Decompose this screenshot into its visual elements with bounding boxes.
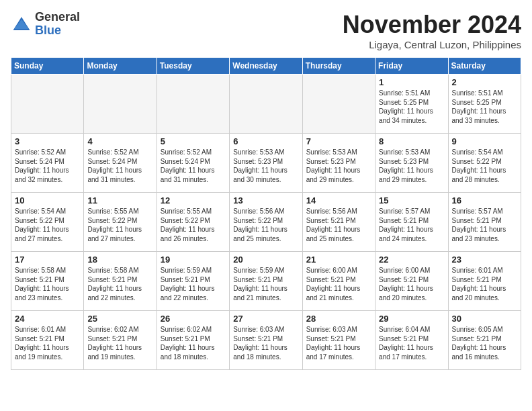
calendar-cell: 15Sunrise: 5:57 AM Sunset: 5:21 PM Dayli… bbox=[375, 193, 448, 252]
calendar-cell bbox=[11, 75, 84, 134]
calendar-cell: 16Sunrise: 5:57 AM Sunset: 5:21 PM Dayli… bbox=[448, 193, 521, 252]
calendar-table: SundayMondayTuesdayWednesdayThursdayFrid… bbox=[11, 57, 521, 370]
column-header-sunday: Sunday bbox=[11, 58, 84, 75]
calendar-cell: 13Sunrise: 5:56 AM Sunset: 5:22 PM Dayli… bbox=[230, 193, 302, 252]
day-number: 16 bbox=[452, 195, 517, 205]
day-number: 17 bbox=[15, 255, 80, 265]
column-header-wednesday: Wednesday bbox=[230, 58, 302, 75]
logo: General Blue bbox=[11, 11, 80, 38]
calendar-cell: 12Sunrise: 5:55 AM Sunset: 5:22 PM Dayli… bbox=[157, 193, 229, 252]
svg-marker-1 bbox=[14, 19, 28, 29]
day-info: Sunrise: 5:51 AM Sunset: 5:25 PM Dayligh… bbox=[452, 89, 517, 125]
day-info: Sunrise: 5:53 AM Sunset: 5:23 PM Dayligh… bbox=[233, 148, 298, 184]
calendar-cell bbox=[302, 75, 375, 134]
day-number: 28 bbox=[306, 314, 371, 324]
logo-general: General bbox=[35, 10, 80, 24]
calendar-cell: 5Sunrise: 5:52 AM Sunset: 5:24 PM Daylig… bbox=[157, 134, 229, 193]
day-info: Sunrise: 5:59 AM Sunset: 5:21 PM Dayligh… bbox=[233, 266, 298, 302]
day-number: 14 bbox=[306, 195, 371, 205]
location: Ligaya, Central Luzon, Philippines bbox=[343, 39, 521, 50]
column-header-saturday: Saturday bbox=[448, 58, 521, 75]
day-info: Sunrise: 5:54 AM Sunset: 5:22 PM Dayligh… bbox=[452, 148, 517, 184]
calendar-cell: 19Sunrise: 5:59 AM Sunset: 5:21 PM Dayli… bbox=[157, 252, 229, 311]
day-info: Sunrise: 6:01 AM Sunset: 5:21 PM Dayligh… bbox=[452, 266, 517, 302]
calendar-week-3: 10Sunrise: 5:54 AM Sunset: 5:22 PM Dayli… bbox=[11, 193, 521, 252]
calendar-cell bbox=[157, 75, 229, 134]
day-number: 24 bbox=[15, 314, 80, 324]
day-info: Sunrise: 5:57 AM Sunset: 5:21 PM Dayligh… bbox=[452, 207, 517, 243]
calendar-cell: 18Sunrise: 5:58 AM Sunset: 5:21 PM Dayli… bbox=[84, 252, 157, 311]
day-info: Sunrise: 5:58 AM Sunset: 5:21 PM Dayligh… bbox=[15, 266, 80, 302]
day-info: Sunrise: 5:55 AM Sunset: 5:22 PM Dayligh… bbox=[161, 207, 226, 243]
day-number: 18 bbox=[87, 255, 152, 265]
column-header-friday: Friday bbox=[375, 58, 448, 75]
day-number: 6 bbox=[233, 136, 298, 146]
day-number: 9 bbox=[452, 136, 517, 146]
day-info: Sunrise: 5:55 AM Sunset: 5:22 PM Dayligh… bbox=[87, 207, 152, 243]
day-number: 3 bbox=[15, 136, 80, 146]
day-info: Sunrise: 6:02 AM Sunset: 5:21 PM Dayligh… bbox=[161, 325, 226, 361]
calendar-cell: 1Sunrise: 5:51 AM Sunset: 5:25 PM Daylig… bbox=[375, 75, 448, 134]
day-number: 23 bbox=[452, 255, 517, 265]
day-info: Sunrise: 6:02 AM Sunset: 5:21 PM Dayligh… bbox=[87, 325, 152, 361]
day-number: 20 bbox=[233, 255, 298, 265]
day-number: 29 bbox=[379, 314, 444, 324]
calendar-cell: 29Sunrise: 6:04 AM Sunset: 5:21 PM Dayli… bbox=[375, 311, 448, 370]
calendar-cell: 28Sunrise: 6:03 AM Sunset: 5:21 PM Dayli… bbox=[302, 311, 375, 370]
day-number: 27 bbox=[233, 314, 298, 324]
calendar-cell: 4Sunrise: 5:52 AM Sunset: 5:24 PM Daylig… bbox=[84, 134, 157, 193]
calendar-week-1: 1Sunrise: 5:51 AM Sunset: 5:25 PM Daylig… bbox=[11, 75, 521, 134]
calendar-cell: 2Sunrise: 5:51 AM Sunset: 5:25 PM Daylig… bbox=[448, 75, 521, 134]
calendar-cell: 11Sunrise: 5:55 AM Sunset: 5:22 PM Dayli… bbox=[84, 193, 157, 252]
calendar-cell: 22Sunrise: 6:00 AM Sunset: 5:21 PM Dayli… bbox=[375, 252, 448, 311]
logo-text: General Blue bbox=[35, 11, 80, 38]
calendar-cell bbox=[84, 75, 157, 134]
calendar-header-row: SundayMondayTuesdayWednesdayThursdayFrid… bbox=[11, 58, 521, 75]
day-number: 5 bbox=[161, 136, 226, 146]
calendar-cell: 8Sunrise: 5:53 AM Sunset: 5:23 PM Daylig… bbox=[375, 134, 448, 193]
day-info: Sunrise: 5:56 AM Sunset: 5:22 PM Dayligh… bbox=[233, 207, 298, 243]
day-number: 2 bbox=[452, 77, 517, 87]
day-number: 4 bbox=[87, 136, 152, 146]
column-header-monday: Monday bbox=[84, 58, 157, 75]
day-number: 26 bbox=[161, 314, 226, 324]
day-info: Sunrise: 6:00 AM Sunset: 5:21 PM Dayligh… bbox=[379, 266, 444, 302]
day-info: Sunrise: 5:52 AM Sunset: 5:24 PM Dayligh… bbox=[87, 148, 152, 184]
day-info: Sunrise: 5:59 AM Sunset: 5:21 PM Dayligh… bbox=[161, 266, 226, 302]
day-number: 12 bbox=[161, 195, 226, 205]
calendar-cell: 17Sunrise: 5:58 AM Sunset: 5:21 PM Dayli… bbox=[11, 252, 84, 311]
day-info: Sunrise: 6:05 AM Sunset: 5:21 PM Dayligh… bbox=[452, 325, 517, 361]
day-number: 15 bbox=[379, 195, 444, 205]
day-info: Sunrise: 5:54 AM Sunset: 5:22 PM Dayligh… bbox=[15, 207, 80, 243]
calendar-cell: 3Sunrise: 5:52 AM Sunset: 5:24 PM Daylig… bbox=[11, 134, 84, 193]
calendar-cell: 23Sunrise: 6:01 AM Sunset: 5:21 PM Dayli… bbox=[448, 252, 521, 311]
day-info: Sunrise: 6:01 AM Sunset: 5:21 PM Dayligh… bbox=[15, 325, 80, 361]
day-info: Sunrise: 5:56 AM Sunset: 5:21 PM Dayligh… bbox=[306, 207, 371, 243]
column-header-thursday: Thursday bbox=[302, 58, 375, 75]
calendar-cell: 27Sunrise: 6:03 AM Sunset: 5:21 PM Dayli… bbox=[230, 311, 302, 370]
calendar-week-2: 3Sunrise: 5:52 AM Sunset: 5:24 PM Daylig… bbox=[11, 134, 521, 193]
day-info: Sunrise: 5:53 AM Sunset: 5:23 PM Dayligh… bbox=[306, 148, 371, 184]
calendar-cell: 9Sunrise: 5:54 AM Sunset: 5:22 PM Daylig… bbox=[448, 134, 521, 193]
calendar-cell: 24Sunrise: 6:01 AM Sunset: 5:21 PM Dayli… bbox=[11, 311, 84, 370]
day-info: Sunrise: 6:03 AM Sunset: 5:21 PM Dayligh… bbox=[233, 325, 298, 361]
day-info: Sunrise: 6:00 AM Sunset: 5:21 PM Dayligh… bbox=[306, 266, 371, 302]
calendar-cell: 6Sunrise: 5:53 AM Sunset: 5:23 PM Daylig… bbox=[230, 134, 302, 193]
day-number: 30 bbox=[452, 314, 517, 324]
calendar-cell: 21Sunrise: 6:00 AM Sunset: 5:21 PM Dayli… bbox=[302, 252, 375, 311]
calendar-week-5: 24Sunrise: 6:01 AM Sunset: 5:21 PM Dayli… bbox=[11, 311, 521, 370]
calendar-cell: 30Sunrise: 6:05 AM Sunset: 5:21 PM Dayli… bbox=[448, 311, 521, 370]
logo-icon bbox=[11, 13, 32, 35]
month-title: November 2024 bbox=[343, 11, 521, 39]
day-info: Sunrise: 5:58 AM Sunset: 5:21 PM Dayligh… bbox=[87, 266, 152, 302]
day-number: 21 bbox=[306, 255, 371, 265]
day-number: 22 bbox=[379, 255, 444, 265]
day-info: Sunrise: 5:53 AM Sunset: 5:23 PM Dayligh… bbox=[379, 148, 444, 184]
day-number: 11 bbox=[87, 195, 152, 205]
calendar-cell: 26Sunrise: 6:02 AM Sunset: 5:21 PM Dayli… bbox=[157, 311, 229, 370]
calendar-week-4: 17Sunrise: 5:58 AM Sunset: 5:21 PM Dayli… bbox=[11, 252, 521, 311]
day-number: 10 bbox=[15, 195, 80, 205]
day-info: Sunrise: 5:52 AM Sunset: 5:24 PM Dayligh… bbox=[15, 148, 80, 184]
day-number: 1 bbox=[379, 77, 444, 87]
title-block: November 2024 Ligaya, Central Luzon, Phi… bbox=[343, 11, 521, 50]
